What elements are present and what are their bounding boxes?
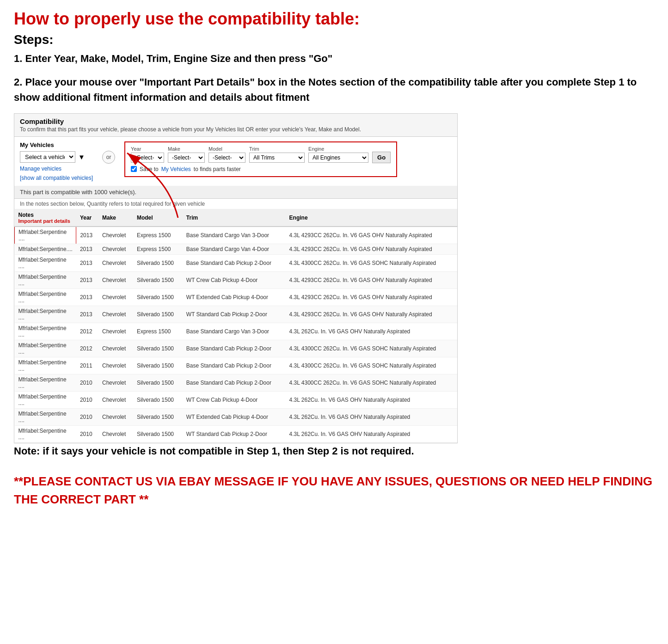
trim-cell: Base Standard Cab Pickup 2-Door — [183, 357, 286, 374]
table-row: Mfrlabel:Serpentine .... 2013 Chevrolet … — [15, 288, 458, 306]
my-vehicles-link[interactable]: My Vehicles — [161, 166, 191, 172]
year-cell: 2010 — [76, 374, 98, 391]
go-button[interactable]: Go — [372, 152, 391, 163]
table-row: Mfrlabel:Serpentine .... 2012 Chevrolet … — [15, 323, 458, 340]
model-cell: Express 1500 — [133, 227, 183, 244]
table-row: Mfrlabel:Serpentine .... 2010 Chevrolet … — [15, 425, 458, 442]
compat-title: Compatibility — [20, 117, 452, 125]
notes-cell: Mfrlabel:Serpentine .... — [15, 323, 76, 340]
notes-cell[interactable]: Mfrlabel:Serpentine .... — [15, 227, 76, 244]
model-select[interactable]: -Select- — [208, 153, 245, 163]
th-trim: Trim — [183, 209, 286, 227]
th-important: Important part details — [18, 218, 73, 224]
notes-cell: Mfrlabel:Serpentine .... — [15, 254, 76, 271]
model-cell: Silverado 1500 — [133, 271, 183, 288]
engine-cell: 4.3L 4293CC 262Cu. In. V6 GAS OHV Natura… — [286, 271, 457, 288]
th-notes: Notes Important part details — [15, 209, 76, 227]
year-cell: 2010 — [76, 408, 98, 425]
compat-notice: This part is compatible with 1000 vehicl… — [14, 186, 457, 199]
model-cell: Silverado 1500 — [133, 288, 183, 306]
compat-subtext: To confirm that this part fits your vehi… — [20, 126, 452, 133]
year-cell: 2012 — [76, 340, 98, 357]
make-cell: Chevrolet — [98, 244, 133, 254]
trim-select[interactable]: All Trims — [249, 153, 305, 163]
make-cell: Chevrolet — [98, 254, 133, 271]
trim-cell: WT Extended Cab Pickup 4-Door — [183, 408, 286, 425]
trim-cell: Base Standard Cab Pickup 2-Door — [183, 340, 286, 357]
notes-cell: Mfrlabel:Serpentine .... — [15, 374, 76, 391]
compat-note: In the notes section below, Quantity ref… — [14, 199, 457, 209]
model-cell: Silverado 1500 — [133, 254, 183, 271]
make-cell: Chevrolet — [98, 306, 133, 323]
notes-cell: Mfrlabel:Serpentine .... — [15, 357, 76, 374]
step2-text: 2. Place your mouse over "Important Part… — [14, 74, 654, 105]
trim-cell: Base Standard Cargo Van 4-Door — [183, 244, 286, 254]
make-cell: Chevrolet — [98, 340, 133, 357]
engine-label: Engine — [308, 146, 368, 152]
make-select[interactable]: -Select- — [168, 153, 205, 163]
engine-cell: 4.3L 262Cu. In. V6 GAS OHV Naturally Asp… — [286, 408, 457, 425]
vehicle-select-row: Select a vehicle ▼ — [20, 151, 93, 163]
th-engine: Engine — [286, 209, 457, 227]
model-cell: Silverado 1500 — [133, 340, 183, 357]
model-field-group: Model -Select- — [208, 146, 245, 163]
year-cell: 2010 — [76, 425, 98, 442]
show-all-link[interactable]: [show all compatible vehicles] — [20, 175, 93, 181]
engine-field-group: Engine All Engines — [308, 146, 368, 163]
notes-cell: Mfrlabel:Serpentine.... — [15, 244, 76, 254]
model-cell: Silverado 1500 — [133, 408, 183, 425]
engine-cell: 4.3L 262Cu. In. V6 GAS OHV Naturally Asp… — [286, 425, 457, 442]
engine-cell: 4.3L 4293CC 262Cu. In. V6 GAS OHV Natura… — [286, 288, 457, 306]
trim-cell: Base Standard Cab Pickup 2-Door — [183, 254, 286, 271]
year-cell: 2013 — [76, 227, 98, 244]
trim-cell: WT Standard Cab Pickup 2-Door — [183, 425, 286, 442]
save-checkbox[interactable] — [131, 166, 137, 172]
make-cell: Chevrolet — [98, 323, 133, 340]
make-cell: Chevrolet — [98, 271, 133, 288]
table-row: Mfrlabel:Serpentine .... 2013 Chevrolet … — [15, 306, 458, 323]
model-cell: Express 1500 — [133, 244, 183, 254]
year-cell: 2013 — [76, 244, 98, 254]
trim-cell: WT Crew Cab Pickup 4-Door — [183, 271, 286, 288]
notes-cell: Mfrlabel:Serpentine .... — [15, 408, 76, 425]
trim-cell: WT Crew Cab Pickup 4-Door — [183, 391, 286, 408]
trim-cell: WT Standard Cab Pickup 2-Door — [183, 306, 286, 323]
model-cell: Silverado 1500 — [133, 425, 183, 442]
vehicle-form-box: Year -Select- Make -Select- Model - — [124, 141, 397, 177]
table-row: Mfrlabel:Serpentine.... 2013 Chevrolet E… — [15, 244, 458, 254]
th-year: Year — [76, 209, 98, 227]
vehicle-select[interactable]: Select a vehicle — [20, 151, 75, 163]
trim-cell: Base Standard Cab Pickup 2-Door — [183, 374, 286, 391]
trim-cell: Base Standard Cargo Van 3-Door — [183, 227, 286, 244]
year-cell: 2013 — [76, 288, 98, 306]
save-suffix: to finds parts faster — [194, 166, 241, 172]
make-cell: Chevrolet — [98, 408, 133, 425]
make-label: Make — [168, 146, 205, 152]
main-title: How to properly use the compatibility ta… — [14, 9, 654, 29]
year-cell: 2010 — [76, 391, 98, 408]
engine-cell: 4.3L 4300CC 262Cu. In. V6 GAS SOHC Natur… — [286, 374, 457, 391]
model-label: Model — [208, 146, 245, 152]
model-cell: Silverado 1500 — [133, 374, 183, 391]
make-cell: Chevrolet — [98, 374, 133, 391]
table-row: Mfrlabel:Serpentine .... 2013 Chevrolet … — [15, 254, 458, 271]
year-field-group: Year -Select- — [131, 146, 164, 163]
th-model: Model — [133, 209, 183, 227]
make-cell: Chevrolet — [98, 425, 133, 442]
engine-select[interactable]: All Engines — [308, 153, 368, 163]
year-select[interactable]: -Select- — [131, 153, 164, 163]
trim-field-group: Trim All Trims — [249, 146, 305, 163]
my-vehicles-section: My Vehicles Select a vehicle ▼ Manage ve… — [20, 141, 93, 181]
notes-cell: Mfrlabel:Serpentine .... — [15, 340, 76, 357]
compat-table: Notes Important part details Year Make M… — [14, 209, 457, 443]
notes-cell: Mfrlabel:Serpentine .... — [15, 306, 76, 323]
model-cell: Express 1500 — [133, 323, 183, 340]
table-row: Mfrlabel:Serpentine .... 2011 Chevrolet … — [15, 357, 458, 374]
year-cell: 2012 — [76, 323, 98, 340]
compatibility-box: Compatibility To confirm that this part … — [14, 113, 458, 443]
notes-cell: Mfrlabel:Serpentine .... — [15, 425, 76, 442]
compat-body: My Vehicles Select a vehicle ▼ Manage ve… — [14, 137, 457, 186]
table-row: Mfrlabel:Serpentine .... 2010 Chevrolet … — [15, 408, 458, 425]
engine-cell: 4.3L 262Cu. In. V6 GAS OHV Naturally Asp… — [286, 391, 457, 408]
manage-vehicles-link[interactable]: Manage vehicles — [20, 166, 93, 172]
